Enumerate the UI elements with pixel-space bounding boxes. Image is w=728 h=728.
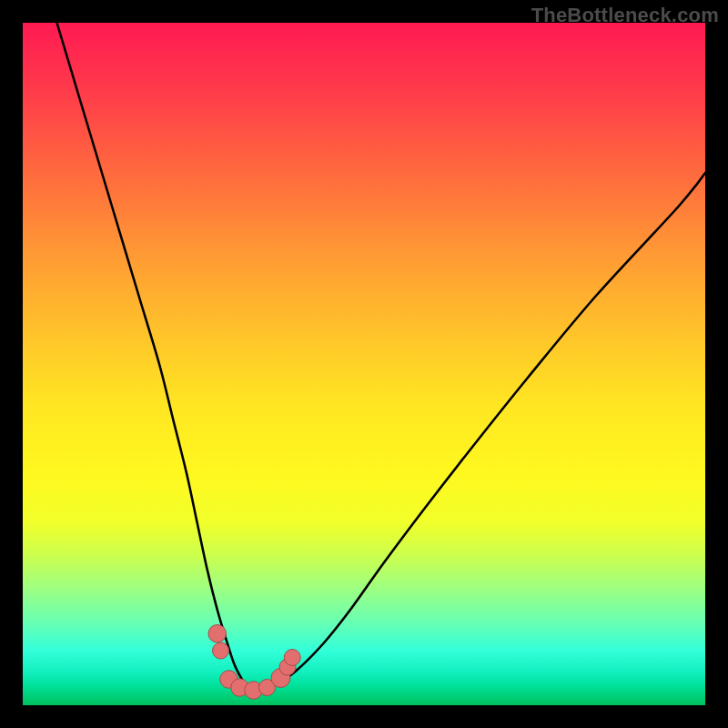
curve-marker xyxy=(213,642,229,659)
bottleneck-curve xyxy=(57,23,706,692)
chart-frame: TheBottleneck.com xyxy=(0,0,728,728)
chart-svg xyxy=(23,23,705,705)
curve-marker xyxy=(284,650,300,666)
curve-markers xyxy=(208,625,300,700)
curve-marker xyxy=(208,625,227,643)
watermark-text: TheBottleneck.com xyxy=(531,4,719,27)
